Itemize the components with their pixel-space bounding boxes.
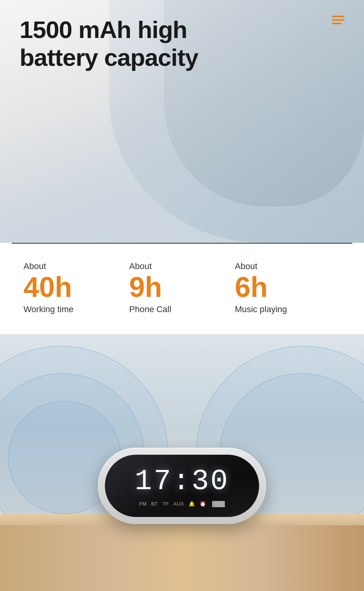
indicator-aux: AUX xyxy=(173,501,184,507)
indicator-bt: BT xyxy=(151,501,158,507)
nightstand xyxy=(0,514,364,591)
indicator-fm: FM xyxy=(139,501,147,507)
stat-about-2: About xyxy=(129,261,235,271)
stat-label-3: Music playing xyxy=(235,304,341,314)
menu-line-3 xyxy=(332,23,341,24)
clock-device: 17:30 FM BT TF AUX 🔔 ⏰ ▐███ xyxy=(98,448,266,524)
stat-phone-call: About 9h Phone Call xyxy=(129,261,235,314)
stats-section: About 40h Working time About 9h Phone Ca… xyxy=(0,244,364,334)
indicator-tf: TF xyxy=(162,501,169,507)
menu-line-2 xyxy=(332,19,344,21)
hero-title-line1: 1500 mAh high xyxy=(20,16,187,43)
clock-time: 17:30 xyxy=(135,465,229,498)
stat-label-2: Phone Call xyxy=(129,304,235,314)
stat-value-1: 40h xyxy=(23,273,129,301)
header-content: 1500 mAh high battery capacity xyxy=(20,16,344,72)
indicator-battery: ▐███ xyxy=(211,501,225,507)
indicator-alarm2: ⏰ xyxy=(200,501,206,507)
stat-label-1: Working time xyxy=(23,304,129,314)
product-section: 17:30 FM BT TF AUX 🔔 ⏰ ▐███ xyxy=(0,334,364,591)
stat-value-2: 9h xyxy=(129,273,235,301)
stat-working-time: About 40h Working time xyxy=(23,261,129,314)
device-body: 17:30 FM BT TF AUX 🔔 ⏰ ▐███ xyxy=(98,448,266,524)
stat-music-playing: About 6h Music playing xyxy=(235,261,341,314)
menu-icon[interactable] xyxy=(332,16,344,24)
menu-line-1 xyxy=(332,16,344,17)
page-wrapper: 1500 mAh high battery capacity About 40h… xyxy=(0,0,364,591)
indicator-alarm1: 🔔 xyxy=(189,501,195,507)
hero-section: 1500 mAh high battery capacity xyxy=(0,0,364,243)
hero-title: 1500 mAh high battery capacity xyxy=(20,16,223,72)
hero-title-line2: battery capacity xyxy=(20,44,198,71)
stat-about-3: About xyxy=(235,261,341,271)
nightstand-front xyxy=(0,525,364,591)
stat-value-3: 6h xyxy=(235,273,341,301)
device-screen: 17:30 FM BT TF AUX 🔔 ⏰ ▐███ xyxy=(105,455,259,517)
clock-indicators: FM BT TF AUX 🔔 ⏰ ▐███ xyxy=(139,501,225,507)
stat-about-1: About xyxy=(23,261,129,271)
